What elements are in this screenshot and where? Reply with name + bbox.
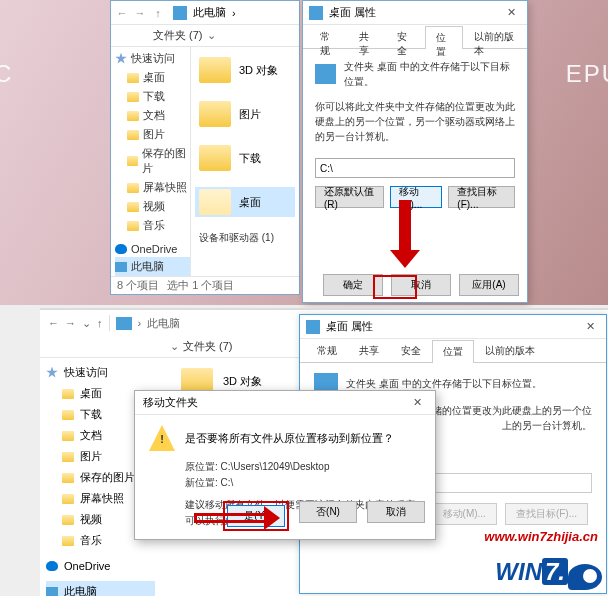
- sidebar-item-pictures[interactable]: 图片: [115, 125, 190, 144]
- annotation-arrow-down: [390, 200, 420, 268]
- dialog-footer: 确定 取消 应用(A): [323, 274, 519, 296]
- tab-previous[interactable]: 以前的版本: [474, 339, 546, 362]
- dialog-title: 桌面 属性: [329, 5, 376, 20]
- sidebar-item-music[interactable]: 音乐: [115, 216, 190, 235]
- tab-sharing[interactable]: 共享: [348, 25, 387, 48]
- tab-general[interactable]: 常规: [309, 25, 348, 48]
- folder-icon: [199, 145, 231, 171]
- star-icon: [46, 367, 58, 379]
- status-bar: 8 个项目 选中 1 个项目: [111, 276, 299, 294]
- tab-location[interactable]: 位置: [432, 340, 474, 363]
- folder-icon: [62, 431, 74, 441]
- folder-icon: [199, 189, 231, 215]
- folder-icon: [127, 111, 139, 121]
- pc-icon: [115, 262, 127, 272]
- sidebar-item-screenshots[interactable]: 屏幕快照: [115, 178, 190, 197]
- titlebar: 桌面 属性 ✕: [303, 1, 527, 25]
- chevron-down-icon[interactable]: ⌄: [170, 340, 179, 353]
- location-input[interactable]: [315, 158, 515, 178]
- chevron-right-icon: ›: [232, 7, 236, 19]
- tab-location[interactable]: 位置: [425, 26, 464, 49]
- sidebar-this-pc[interactable]: 此电脑: [115, 257, 190, 276]
- cloud-icon: [115, 244, 127, 254]
- explorer-toolbar: ← → ↑ 此电脑 ›: [111, 1, 299, 25]
- breadcrumb-text: 此电脑: [193, 5, 226, 20]
- tab-sharing[interactable]: 共享: [348, 339, 390, 362]
- item-count: 8 个项目: [117, 278, 159, 293]
- top-explorer-window: ← → ↑ 此电脑 › 文件夹 (7) ⌄ 快速访问 桌面 下载 文档 图片 保…: [110, 0, 300, 295]
- sidebar-item-desktop[interactable]: 桌面: [115, 68, 190, 87]
- folder-icon: [127, 183, 139, 193]
- tabs: 常规 共享 安全 位置 以前的版本: [303, 25, 527, 49]
- folder-icon: [127, 202, 139, 212]
- sidebar: 快速访问 桌面 下载 文档 图片 保存的图片 屏幕快照 视频 音乐 OneDri…: [111, 47, 191, 276]
- close-icon[interactable]: ✕: [501, 6, 521, 19]
- folder-icon: [62, 515, 74, 525]
- explorer-toolbar: ← → ⌄ ↑ › 此电脑: [40, 310, 310, 336]
- list-item[interactable]: 下载: [195, 143, 295, 173]
- restore-defaults-button[interactable]: 还原默认值(R): [315, 186, 384, 208]
- home-bubble-icon: [568, 564, 602, 590]
- list-item[interactable]: 3D 对象: [195, 55, 295, 85]
- nav-up-icon[interactable]: ↑: [151, 6, 165, 20]
- folder-list: 3D 对象 图片 下载 桌面 设备和驱动器 (1): [191, 47, 299, 276]
- dialog-title: 桌面 属性: [326, 319, 373, 334]
- folder-icon: [199, 57, 231, 83]
- folder-icon: [199, 101, 231, 127]
- move-button[interactable]: 移动(M)...: [432, 503, 497, 525]
- desktop-icon: [306, 320, 320, 334]
- tabs: 常规 共享 安全 位置 以前的版本: [300, 339, 606, 363]
- selected-count: 选中 1 个项目: [167, 278, 234, 293]
- cancel-button[interactable]: 取消: [367, 501, 425, 523]
- close-icon[interactable]: ✕: [580, 320, 600, 333]
- tab-general[interactable]: 常规: [306, 339, 348, 362]
- list-item[interactable]: 图片: [195, 99, 295, 129]
- sidebar-item-downloads[interactable]: 下载: [115, 87, 190, 106]
- desktop-icon: [315, 64, 336, 84]
- tab-security[interactable]: 安全: [386, 25, 425, 48]
- breadcrumb[interactable]: 此电脑 ›: [173, 5, 236, 20]
- sidebar-item-saved-pictures[interactable]: 保存的图片: [115, 144, 190, 178]
- location-line2: 你可以将此文件夹中文件存储的位置更改为此硬盘上的另一个位置，另一个驱动器或网络上…: [315, 99, 515, 144]
- annotation-box-ok: [373, 275, 417, 299]
- sidebar-item-documents[interactable]: 文档: [115, 106, 190, 125]
- close-icon[interactable]: ✕: [407, 396, 427, 409]
- no-button[interactable]: 否(N): [299, 501, 357, 523]
- sidebar-this-pc[interactable]: 此电脑: [46, 581, 155, 596]
- nav-fwd-icon[interactable]: →: [65, 317, 76, 329]
- sidebar-onedrive[interactable]: OneDrive: [115, 241, 190, 257]
- folder-icon: [62, 452, 74, 462]
- devices-header: 设备和驱动器 (1): [195, 231, 295, 245]
- find-target-button[interactable]: 查找目标(F)...: [448, 186, 515, 208]
- breadcrumb[interactable]: › 此电脑: [116, 316, 181, 331]
- sidebar-quick-access[interactable]: 快速访问: [46, 362, 155, 383]
- nav-fwd-icon[interactable]: →: [133, 6, 147, 20]
- sidebar-onedrive[interactable]: OneDrive: [46, 557, 155, 575]
- tab-previous[interactable]: 以前的版本: [463, 25, 527, 48]
- confirm-dialog: 移动文件夹 ✕ 是否要将所有文件从原位置移动到新位置？ 原位置: C:\User…: [134, 390, 436, 540]
- sidebar-item-videos[interactable]: 视频: [115, 197, 190, 216]
- folder-icon: [127, 221, 139, 231]
- group-header: 文件夹 (7) ⌄: [111, 25, 299, 47]
- nav-back-icon[interactable]: ←: [48, 317, 59, 329]
- separator: [109, 315, 110, 331]
- bg-text-right: EPUBLI: [566, 60, 608, 88]
- list-item-selected[interactable]: 桌面: [195, 187, 295, 217]
- pc-icon: [116, 317, 132, 330]
- site-logo: WIN7.: [495, 558, 602, 590]
- star-icon: [115, 53, 127, 65]
- tab-security[interactable]: 安全: [390, 339, 432, 362]
- sidebar-quick-access[interactable]: 快速访问: [115, 49, 190, 68]
- find-target-button[interactable]: 查找目标(F)...: [505, 503, 588, 525]
- nav-recent-icon[interactable]: ⌄: [82, 317, 91, 330]
- nav-up-icon[interactable]: ↑: [97, 317, 103, 329]
- folder-icon: [127, 156, 138, 166]
- dialog-title: 移动文件夹: [143, 395, 198, 410]
- chevron-down-icon[interactable]: ⌄: [207, 29, 216, 42]
- folder-icon: [127, 73, 139, 83]
- warning-icon: [149, 425, 175, 451]
- nav-back-icon[interactable]: ←: [115, 6, 129, 20]
- folder-icon: [127, 92, 139, 102]
- apply-button[interactable]: 应用(A): [459, 274, 519, 296]
- folder-icon: [62, 536, 74, 546]
